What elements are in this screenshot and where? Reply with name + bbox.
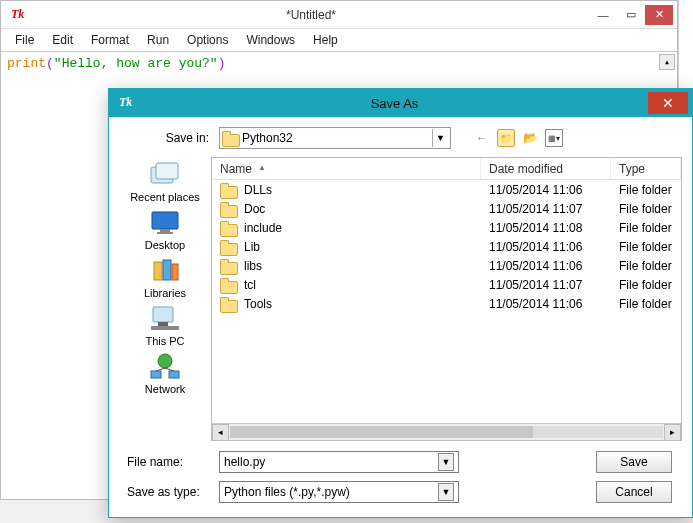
file-row[interactable]: Doc11/05/2014 11:07File folder (212, 199, 681, 218)
svg-rect-1 (156, 163, 178, 179)
menu-run[interactable]: Run (139, 31, 177, 49)
file-type: File folder (611, 278, 681, 292)
file-type: File folder (611, 297, 681, 311)
place-libraries[interactable]: Libraries (144, 255, 186, 299)
place-recent[interactable]: Recent places (130, 159, 200, 203)
network-icon (148, 351, 182, 381)
places-bar: Recent places Desktop Libraries (119, 157, 211, 441)
file-row[interactable]: Tools11/05/2014 11:06File folder (212, 294, 681, 313)
svg-rect-2 (152, 212, 178, 229)
chevron-down-icon[interactable]: ▼ (438, 483, 454, 501)
file-type: File folder (611, 202, 681, 216)
file-date: 11/05/2014 11:08 (481, 221, 611, 235)
file-name: include (244, 221, 282, 235)
menu-windows[interactable]: Windows (238, 31, 303, 49)
file-date: 11/05/2014 11:07 (481, 278, 611, 292)
chevron-down-icon[interactable]: ▼ (432, 129, 448, 147)
place-thispc[interactable]: This PC (145, 303, 184, 347)
col-type[interactable]: Type (611, 158, 681, 179)
horizontal-scrollbar[interactable]: ◂ ▸ (212, 423, 681, 440)
nav-up-icon[interactable]: 📁 (497, 129, 515, 147)
file-list-header: Name▲ Date modified Type (212, 158, 681, 180)
folder-icon (220, 278, 236, 292)
code-keyword: print (7, 56, 46, 71)
svg-rect-13 (169, 371, 179, 378)
code-string: "Hello, how are you?" (54, 56, 218, 71)
recent-places-icon (148, 159, 182, 189)
savein-value: Python32 (242, 131, 293, 145)
col-date[interactable]: Date modified (481, 158, 611, 179)
place-desktop[interactable]: Desktop (145, 207, 185, 251)
menu-format[interactable]: Format (83, 31, 137, 49)
svg-rect-3 (160, 229, 170, 232)
code-paren-open: ( (46, 56, 54, 71)
file-type: File folder (611, 221, 681, 235)
chevron-down-icon[interactable]: ▼ (438, 453, 454, 471)
sort-asc-icon: ▲ (258, 163, 266, 172)
menu-help[interactable]: Help (305, 31, 346, 49)
cancel-button[interactable]: Cancel (596, 481, 672, 503)
saveastype-label: Save as type: (119, 485, 219, 499)
folder-icon (220, 297, 236, 311)
file-date: 11/05/2014 11:06 (481, 183, 611, 197)
minimize-button[interactable]: — (589, 5, 617, 25)
close-button[interactable]: ✕ (645, 5, 673, 25)
place-network[interactable]: Network (145, 351, 185, 395)
filename-input[interactable]: hello.py ▼ (219, 451, 459, 473)
folder-icon (222, 131, 238, 145)
dialog-close-button[interactable]: ✕ (648, 92, 688, 114)
filename-value: hello.py (224, 455, 265, 469)
file-row[interactable]: DLLs11/05/2014 11:06File folder (212, 180, 681, 199)
folder-icon (220, 202, 236, 216)
svg-rect-9 (158, 322, 168, 326)
scroll-right-icon[interactable]: ▸ (664, 424, 681, 441)
file-name: Tools (244, 297, 272, 311)
file-row[interactable]: Lib11/05/2014 11:06File folder (212, 237, 681, 256)
scroll-left-icon[interactable]: ◂ (212, 424, 229, 441)
svg-point-11 (158, 354, 172, 368)
col-name[interactable]: Name▲ (212, 158, 481, 179)
file-name: tcl (244, 278, 256, 292)
file-type: File folder (611, 240, 681, 254)
saveastype-value: Python files (*.py,*.pyw) (224, 485, 350, 499)
file-name: DLLs (244, 183, 272, 197)
file-row[interactable]: include11/05/2014 11:08File folder (212, 218, 681, 237)
svg-rect-8 (153, 307, 173, 322)
nav-back-icon[interactable]: ← (473, 129, 491, 147)
maximize-button[interactable]: ▭ (617, 5, 645, 25)
file-type: File folder (611, 183, 681, 197)
libraries-icon (148, 255, 182, 285)
menu-options[interactable]: Options (179, 31, 236, 49)
svg-rect-6 (163, 260, 171, 280)
file-date: 11/05/2014 11:07 (481, 202, 611, 216)
file-date: 11/05/2014 11:06 (481, 297, 611, 311)
app-icon: Tk (11, 7, 27, 23)
savein-combo[interactable]: Python32 ▼ (219, 127, 451, 149)
menu-edit[interactable]: Edit (44, 31, 81, 49)
dialog-app-icon: Tk (119, 95, 135, 111)
folder-icon (220, 240, 236, 254)
svg-rect-10 (151, 326, 179, 330)
editor-scroll-up[interactable]: ▴ (659, 54, 675, 70)
file-name: Doc (244, 202, 265, 216)
svg-rect-12 (151, 371, 161, 378)
savein-label: Save in: (119, 131, 219, 145)
file-row[interactable]: tcl11/05/2014 11:07File folder (212, 275, 681, 294)
svg-rect-4 (157, 232, 173, 234)
desktop-icon (148, 207, 182, 237)
svg-rect-7 (172, 264, 178, 280)
menu-file[interactable]: File (7, 31, 42, 49)
folder-icon (220, 183, 236, 197)
file-row[interactable]: libs11/05/2014 11:06File folder (212, 256, 681, 275)
svg-rect-5 (154, 262, 162, 280)
nav-viewmenu-icon[interactable]: ▦▾ (545, 129, 563, 147)
editor-titlebar[interactable]: Tk *Untitled* — ▭ ✕ (1, 1, 677, 29)
saveastype-combo[interactable]: Python files (*.py,*.pyw) ▼ (219, 481, 459, 503)
file-date: 11/05/2014 11:06 (481, 240, 611, 254)
thispc-icon (148, 303, 182, 333)
filename-label: File name: (119, 455, 219, 469)
dialog-titlebar[interactable]: Tk Save As ✕ (109, 89, 692, 117)
save-button[interactable]: Save (596, 451, 672, 473)
nav-newfolder-icon[interactable]: 📂 (521, 129, 539, 147)
save-as-dialog: Tk Save As ✕ Save in: Python32 ▼ ← 📁 📂 ▦… (108, 88, 693, 518)
